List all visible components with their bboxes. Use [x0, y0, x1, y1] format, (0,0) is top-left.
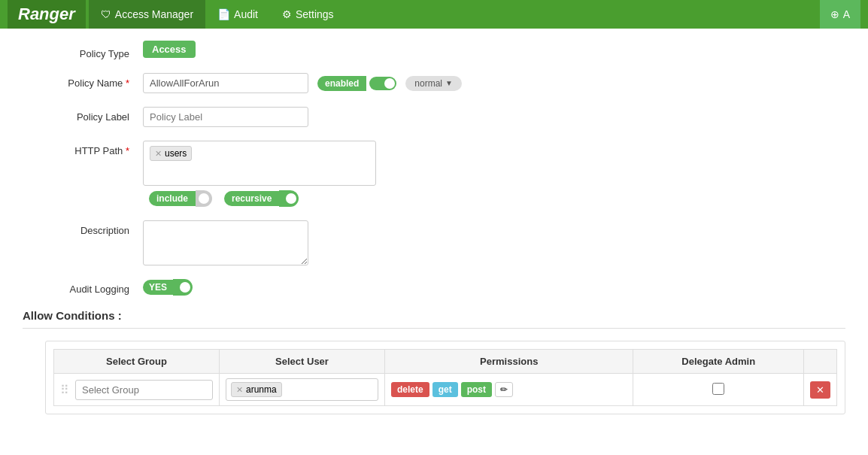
audit-logging-label: Audit Logging — [23, 279, 143, 295]
allow-conditions-title: Allow Conditions : — [23, 309, 845, 329]
perm-delete-badge: delete — [391, 382, 429, 397]
shield-icon: 🛡 — [101, 8, 111, 20]
app-brand[interactable]: Ranger — [8, 0, 86, 29]
user-tag-arunma: ✕ arunma — [231, 382, 282, 397]
nav-access-manager-label: Access Manager — [115, 8, 193, 20]
nav-audit[interactable]: 📄 Audit — [205, 0, 270, 29]
audit-logging-toggle[interactable]: YES — [143, 279, 193, 296]
path-toggles: include recursive — [143, 190, 376, 207]
http-path-label: HTTP Path * — [23, 141, 143, 156]
normal-badge: normal ▼ — [405, 76, 462, 91]
conditions-container: Select Group Select User Permissions Del… — [45, 341, 845, 414]
col-user-header: Select User — [220, 350, 385, 374]
col-action-header — [804, 350, 837, 374]
user-tag-label: arunma — [246, 384, 277, 395]
policy-type-badge: Access — [143, 41, 196, 58]
action-cell: ✕ — [804, 374, 837, 406]
tag-label: users — [165, 148, 187, 159]
doc-icon: 📄 — [217, 8, 230, 20]
user-tag-container[interactable]: ✕ arunma — [226, 378, 378, 401]
policy-name-field-group: enabled normal ▼ — [143, 73, 462, 93]
delete-row-button[interactable]: ✕ — [810, 381, 830, 399]
description-input[interactable] — [143, 220, 308, 265]
enabled-toggle[interactable]: enabled — [317, 76, 396, 91]
include-toggle[interactable]: include — [149, 190, 212, 207]
top-right-button[interactable]: ⊕ A — [820, 0, 860, 29]
policy-type-row: Policy Type Access — [23, 44, 845, 59]
policy-label-input[interactable] — [143, 107, 308, 127]
description-label: Description — [23, 220, 143, 236]
recursive-switch[interactable] — [279, 190, 299, 207]
navbar: Ranger 🛡 Access Manager 📄 Audit ⚙ Settin… — [0, 0, 868, 29]
audit-yes-label: YES — [143, 280, 173, 295]
nav-access-manager[interactable]: 🛡 Access Manager — [89, 0, 205, 29]
policy-name-row: Policy Name * enabled normal ▼ — [23, 73, 845, 93]
enabled-switch[interactable] — [369, 77, 396, 90]
conditions-table-header: Select Group Select User Permissions Del… — [54, 350, 837, 374]
recursive-label: recursive — [224, 191, 279, 206]
include-label: include — [149, 191, 196, 206]
policy-name-label: Policy Name * — [23, 73, 143, 89]
enabled-label: enabled — [317, 76, 366, 91]
perm-edit-button[interactable]: ✏ — [495, 382, 513, 397]
policy-type-label: Policy Type — [23, 44, 143, 59]
policy-label-row: Policy Label — [23, 107, 845, 127]
delegate-cell — [633, 374, 804, 406]
http-path-row: HTTP Path * ✕ users include recursive — [23, 141, 845, 207]
normal-label: normal — [414, 78, 442, 89]
top-right-label: A — [843, 8, 850, 20]
delegate-admin-checkbox[interactable] — [712, 383, 724, 395]
recursive-toggle[interactable]: recursive — [224, 190, 299, 207]
include-switch[interactable] — [196, 190, 212, 207]
conditions-table: Select Group Select User Permissions Del… — [53, 349, 837, 406]
allow-conditions-section: Allow Conditions : Select Group Select U… — [23, 309, 845, 414]
perm-get-badge: get — [432, 382, 458, 397]
permissions-cell: delete get post ✏ — [385, 374, 633, 406]
top-right-icon: ⊕ — [830, 8, 839, 20]
audit-switch[interactable] — [173, 279, 193, 296]
col-permissions-header: Permissions — [385, 350, 633, 374]
main-content: Policy Type Access Policy Name * enabled… — [0, 29, 868, 429]
nav-settings[interactable]: ⚙ Settings — [270, 0, 346, 29]
perm-post-badge: post — [461, 382, 492, 397]
drag-handle-icon[interactable]: ⠿ — [60, 383, 72, 397]
description-row: Description — [23, 220, 845, 265]
policy-type-field: Access — [143, 44, 196, 55]
policy-name-input[interactable] — [143, 73, 308, 93]
nav-settings-label: Settings — [296, 8, 334, 20]
tag-remove-icon[interactable]: ✕ — [155, 149, 162, 159]
nav-audit-label: Audit — [234, 8, 258, 20]
http-path-required: * — [126, 145, 129, 156]
http-path-tag-users: ✕ users — [150, 146, 192, 161]
audit-logging-row: Audit Logging YES — [23, 279, 845, 296]
col-group-header: Select Group — [54, 350, 220, 374]
group-cell: ⠿ — [54, 374, 220, 406]
col-delegate-header: Delegate Admin — [633, 350, 804, 374]
select-group-input[interactable] — [75, 380, 213, 400]
policy-label-label: Policy Label — [23, 107, 143, 123]
user-cell: ✕ arunma — [220, 374, 385, 406]
http-path-field-group: ✕ users include recursive — [143, 141, 376, 207]
dropdown-icon: ▼ — [445, 79, 453, 87]
http-path-box[interactable]: ✕ users — [143, 141, 376, 186]
policy-name-required: * — [126, 77, 129, 89]
user-tag-remove-icon[interactable]: ✕ — [236, 385, 243, 395]
table-row: ⠿ ✕ arunma — [54, 374, 837, 406]
gear-icon: ⚙ — [282, 8, 292, 20]
